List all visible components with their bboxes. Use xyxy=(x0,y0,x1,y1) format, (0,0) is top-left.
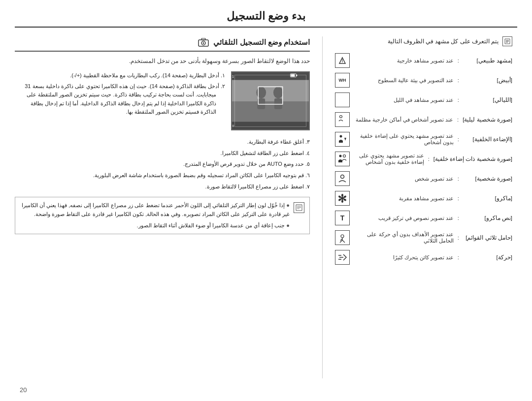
page-title: بدء وضع التسجيل xyxy=(15,10,517,28)
scene-row-3: [الليالي] : عند تصوير مشاهد في الليل xyxy=(335,93,512,107)
scene-desc-5: عند تصوير مشهد يحتوي على إضاءة خلفية بدو… xyxy=(353,133,454,146)
svg-point-12 xyxy=(341,194,343,197)
left-column: استخدام وضع التسجيل التلقائي حدد هذا الو… xyxy=(15,36,310,378)
note-icon xyxy=(502,36,512,46)
scene-desc-6: عند تصوير مشهد يحتوي على إضاءة خلفية بدو… xyxy=(353,153,424,165)
scene-icon-2: WH xyxy=(335,73,350,88)
scene-icon-8 xyxy=(335,191,350,206)
svg-rect-33 xyxy=(257,98,265,109)
scene-icon-7 xyxy=(335,171,350,186)
scene-row-10: [حامل ثلاثي القوائم] : عند تصوير الأهداف… xyxy=(335,230,512,245)
scene-label-3: [الليالي] xyxy=(463,96,512,103)
scene-row-8: [ماكرو] : عند تصوير مشاهد مقربة xyxy=(335,191,512,206)
scene-icon-3 xyxy=(335,93,350,107)
steps-partial: ١. أدخل البطارية (صفحة 14). ركب البطاريا… xyxy=(15,71,225,130)
step-2: ٢. أدخل بطاقة الذاكرة (صفحة 14). حيث إن … xyxy=(15,82,225,117)
scene-desc-4: عند تصوير أشخاص في أماكن خارجية مظلمة xyxy=(353,117,453,123)
steps-remaining: ٣. أغلق غطاء غرفة البطارية. ٤. اضغط على … xyxy=(15,137,310,191)
scene-intro-text: يتم التعرف على كل مشهد في الظروف التالية xyxy=(388,38,499,45)
scene-row-6: [صورة شخصية ذات إضاءة خلفية] : عند تصوير… xyxy=(335,152,512,166)
scenes-list: [مشهد طبيعي] : عند تصوير مشاهد خارجية [أ… xyxy=(335,53,512,265)
scene-desc-8: عند تصوير مشاهد مقربة xyxy=(353,195,454,202)
svg-point-10 xyxy=(341,175,344,179)
svg-point-8 xyxy=(339,155,342,157)
column-divider xyxy=(322,36,323,378)
scene-desc-9: عند تصوير نصوص في تركيز قريب xyxy=(353,215,454,221)
scene-label-4: [صورة شخصية ليلية] xyxy=(463,116,512,123)
scene-desc-11: عند تصوير كائن يتحرك كثيرًا xyxy=(353,254,454,261)
svg-point-34 xyxy=(273,87,283,98)
svg-rect-40 xyxy=(291,74,295,77)
scene-label-9: [نص ماكرو] xyxy=(463,215,512,221)
scene-intro: يتم التعرف على كل مشهد في الظروف التالية xyxy=(335,36,512,46)
scene-row-11: [حركة] : عند تصوير كائن يتحرك كثيرًا xyxy=(335,250,512,265)
camera-viewfinder: 0001 AUTO xyxy=(231,71,310,130)
scene-icon-10 xyxy=(335,230,350,245)
section-header: استخدام وضع التسجيل التلقائي xyxy=(15,36,310,52)
notes-icon xyxy=(294,202,304,213)
scene-row-1: [مشهد طبيعي] : عند تصوير مشاهد خارجية xyxy=(335,53,512,68)
photo-simulation: 0001 AUTO xyxy=(232,72,309,129)
right-column: يتم التعرف على كل مشهد في الظروف التالية… xyxy=(335,36,517,378)
notes-box: ● إذا خُوّل لون إطار التركيز التلقائي إل… xyxy=(15,197,310,234)
svg-rect-31 xyxy=(232,101,309,129)
svg-rect-30 xyxy=(232,72,309,130)
svg-rect-35 xyxy=(274,98,282,109)
scene-desc-10: عند تصوير الأهداف بدون أي حركة على الحام… xyxy=(353,231,454,244)
scene-label-10: [حامل ثلاثي القوائم] xyxy=(463,234,512,241)
svg-point-11 xyxy=(341,197,344,200)
scene-desc-1: عند تصوير مشاهد خارجية xyxy=(353,58,454,64)
svg-point-32 xyxy=(256,87,266,98)
step-5: ٥. حدد وضع AUTO من خلال تدوير قرص الأوضا… xyxy=(15,159,310,169)
scene-label-8: [ماكرو] xyxy=(463,195,512,202)
camera-mode-icon xyxy=(198,36,209,48)
scene-row-7: [صورة شخصية] : عند تصوير شخص xyxy=(335,171,512,186)
svg-text:0001: 0001 xyxy=(232,75,234,79)
step-7: ٧. اضغط على زر مصراع الكاميرا لالتقاط صو… xyxy=(15,182,310,191)
svg-point-9 xyxy=(343,155,346,157)
main-content: يتم التعرف على كل مشهد في الظروف التالية… xyxy=(15,36,517,378)
scene-icon-4 xyxy=(335,112,350,127)
page-container: بدء وضع التسجيل يتم التعرف على كل مشهد ف… xyxy=(0,0,532,401)
step-6: ٦. قم بتوجيه الكاميرا على الكائن المراد … xyxy=(15,171,310,180)
camera-image-area: 0001 AUTO xyxy=(15,71,310,130)
svg-marker-7 xyxy=(344,138,346,141)
scene-row-5: [الإضاءة الخلفية] : عند تصوير مشهد يحتوي… xyxy=(335,132,512,147)
scene-icon-5 xyxy=(335,132,350,147)
scene-label-6: [صورة شخصية ذات إضاءة خلفية] xyxy=(433,155,512,162)
scene-row-2: [أبيض] : عند التصوير في بيئة عالية السطو… xyxy=(335,73,512,88)
svg-point-29 xyxy=(203,42,204,44)
scene-icon-1 xyxy=(335,53,350,68)
svg-point-6 xyxy=(340,135,342,138)
svg-text:AUTO: AUTO xyxy=(232,124,234,127)
scene-label-2: [أبيض] xyxy=(463,77,512,84)
scene-icon-6 xyxy=(335,152,350,166)
scene-label-5: [الإضاءة الخلفية] xyxy=(463,136,512,143)
subtitle-text: حدد هذا الوضع لالتقاط الصور بسرعة وسهولة… xyxy=(15,57,310,65)
scene-icon-11 xyxy=(335,250,350,265)
svg-rect-28 xyxy=(201,38,205,40)
page-number: 20 xyxy=(20,386,27,394)
svg-line-21 xyxy=(342,240,345,243)
scene-desc-7: عند تصوير شخص xyxy=(353,176,454,182)
notes-text: ● إذا خُوّل لون إطار التركيز التلقائي إل… xyxy=(20,201,290,230)
scene-label-11: [حركة] xyxy=(463,254,512,261)
step-3: ٣. أغلق غطاء غرفة البطارية. xyxy=(15,137,310,147)
scene-row-4: [صورة شخصية ليلية] : عند تصوير أشخاص في … xyxy=(335,112,512,127)
svg-rect-41 xyxy=(258,87,282,104)
svg-rect-42 xyxy=(232,122,309,129)
svg-point-15 xyxy=(341,200,343,203)
scene-icon-9: T xyxy=(335,211,350,225)
scene-desc-3: عند تصوير مشاهد في الليل xyxy=(353,97,454,103)
scene-label-7: [صورة شخصية] xyxy=(463,175,512,182)
step-1: ١. أدخل البطارية (صفحة 14). ركب البطاريا… xyxy=(15,71,225,80)
svg-point-5 xyxy=(340,116,342,118)
svg-line-20 xyxy=(340,240,342,243)
scene-label-1: [مشهد طبيعي] xyxy=(463,57,512,64)
svg-rect-36 xyxy=(232,72,309,80)
scene-row-9: [نص ماكرو] : عند تصوير نصوص في تركيز قري… xyxy=(335,211,512,225)
scene-desc-2: عند التصوير في بيئة عالية السطوح xyxy=(353,77,454,84)
step-4: ٤. اضغط على زر الطاقة لتشغيل الكاميرا. xyxy=(15,149,310,158)
section-title: استخدام وضع التسجيل التلقائي xyxy=(213,38,310,47)
svg-rect-39 xyxy=(296,75,297,76)
